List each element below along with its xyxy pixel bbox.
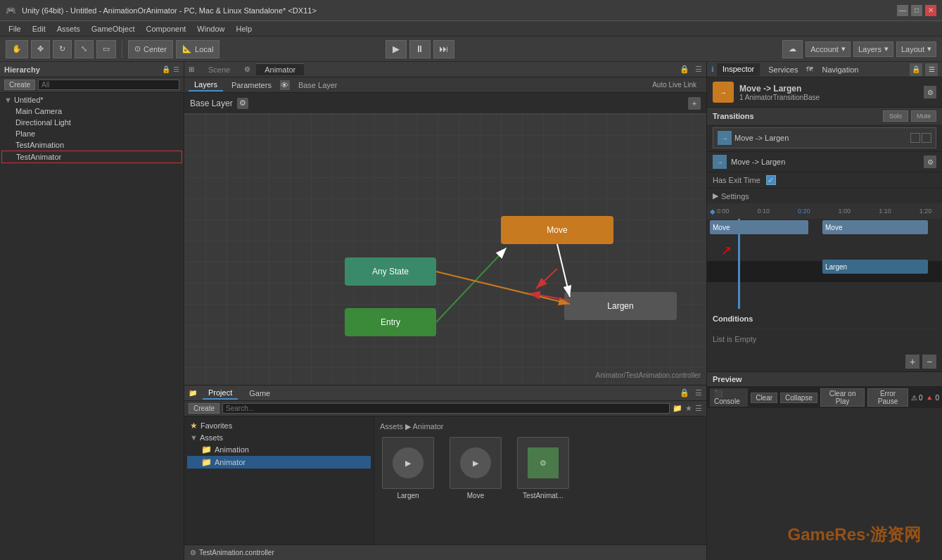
hierarchy-create-button[interactable]: Create xyxy=(4,79,35,90)
hierarchy-lock[interactable]: 🔒 xyxy=(162,65,170,73)
settings-label: Settings xyxy=(721,192,749,201)
animator-tab[interactable]: Animator xyxy=(256,63,304,75)
hierarchy-menu[interactable]: ☰ xyxy=(173,65,179,73)
transition-item[interactable]: → Move -> Largen xyxy=(713,127,936,148)
transition-checkboxes xyxy=(910,133,931,143)
clear-button[interactable]: Clear xyxy=(751,393,777,403)
project-star-icon[interactable]: ★ xyxy=(685,404,692,413)
clip-move-2[interactable]: Move xyxy=(822,220,928,234)
pause-button[interactable]: ⏸ xyxy=(409,40,431,58)
collapse-button[interactable]: Collapse xyxy=(780,393,817,403)
layers-dropdown[interactable]: Layers ▾ xyxy=(853,42,893,57)
asset-testanimator[interactable]: ⚙ TestAnimat... xyxy=(515,437,571,499)
transition-settings-btn[interactable]: ⚙ xyxy=(924,155,936,168)
step-button[interactable]: ⏭ xyxy=(433,40,454,58)
remove-condition-button[interactable]: − xyxy=(922,355,936,369)
cloud-button[interactable]: ☁ xyxy=(782,40,803,58)
project-create-button[interactable]: Create xyxy=(189,403,219,414)
animator-lock[interactable]: 🔒 xyxy=(680,65,689,74)
inspector-settings-icon[interactable]: ⚙ xyxy=(924,86,936,98)
console-tab[interactable]: ⬛ Console xyxy=(710,388,748,407)
clip-largen[interactable]: Largen xyxy=(822,260,928,274)
scene-tab[interactable]: Scene xyxy=(200,64,238,75)
project-menu[interactable]: ☰ xyxy=(695,388,702,397)
add-condition-button[interactable]: + xyxy=(905,355,919,369)
menu-help[interactable]: Help xyxy=(230,23,257,34)
project-search-input[interactable] xyxy=(222,403,670,414)
hierarchy-header: Hierarchy 🔒 ☰ xyxy=(0,62,184,77)
move-icon: → xyxy=(713,82,734,103)
project-panel: 📁 Project Game 🔒 ☰ Create 📁 ★ ☰ ★ Favori… xyxy=(184,386,706,560)
error-count: 🔺 0 xyxy=(925,394,939,402)
tree-favorites[interactable]: ★ Favorites xyxy=(187,419,371,432)
mute-button[interactable]: Mute xyxy=(911,110,936,122)
inspector-menu[interactable]: ☰ xyxy=(925,63,938,76)
eye-icon[interactable]: 👁 xyxy=(280,80,290,90)
project-options-icon[interactable]: ☰ xyxy=(695,404,702,413)
close-button[interactable]: ✕ xyxy=(925,5,936,16)
solo-check[interactable] xyxy=(910,133,920,143)
parameters-tab[interactable]: Parameters xyxy=(226,79,277,91)
scale-tool[interactable]: ⤡ xyxy=(75,40,94,58)
settings-toggle[interactable]: ▶ Settings xyxy=(713,191,936,201)
state-node-move[interactable]: Move xyxy=(501,216,613,244)
hierarchy-search-input[interactable] xyxy=(38,79,179,90)
tree-animation[interactable]: 📁 Animation xyxy=(187,443,371,456)
timeline-wrapper: ◆ 0:00 0:10 0:20 1:00 1:10 1:20 Move Mov… xyxy=(707,203,942,309)
clear-on-play-button[interactable]: Clear on Play xyxy=(820,388,865,407)
maximize-button[interactable]: □ xyxy=(911,5,922,16)
layers-tab[interactable]: Layers xyxy=(189,79,223,91)
project-folder-icon[interactable]: 📁 xyxy=(673,404,682,413)
base-layer-bar: Base Layer ⚙ + xyxy=(184,93,706,114)
tree-item-plane[interactable]: Plane xyxy=(1,128,182,139)
layout-dropdown[interactable]: Layout ▾ xyxy=(896,42,936,57)
tree-item-testanimator[interactable]: TestAnimator xyxy=(1,151,182,163)
tree-animator[interactable]: 📁 Animator xyxy=(187,456,371,469)
project-tab[interactable]: Project xyxy=(203,387,238,400)
navigation-tab[interactable]: Navigation xyxy=(816,64,864,75)
move-tool[interactable]: ✥ xyxy=(31,40,50,58)
inspector-lock[interactable]: 🔒 xyxy=(910,63,922,76)
has-exit-time-checkbox[interactable]: ✓ xyxy=(766,175,776,185)
state-node-entry[interactable]: Entry xyxy=(345,308,436,336)
add-state-button[interactable]: + xyxy=(688,97,701,110)
tree-assets[interactable]: ▼ Assets xyxy=(187,432,371,443)
menu-gameobject[interactable]: GameObject xyxy=(86,23,141,34)
clip-move-1[interactable]: Move xyxy=(710,220,808,234)
menu-window[interactable]: Window xyxy=(191,23,230,34)
mute-check[interactable] xyxy=(922,133,931,143)
project-lock[interactable]: 🔒 xyxy=(680,388,689,397)
solo-button[interactable]: Solo xyxy=(883,110,908,122)
minimize-button[interactable]: — xyxy=(897,5,908,16)
animator-menu[interactable]: ☰ xyxy=(695,65,702,74)
inspector-tab[interactable]: Inspector xyxy=(717,63,760,76)
tree-item-testanimation[interactable]: TestAnimation xyxy=(1,139,182,151)
hand-tool[interactable]: ✋ xyxy=(6,40,28,58)
game-tab[interactable]: Game xyxy=(243,388,276,399)
state-node-anystate[interactable]: Any State xyxy=(345,257,436,286)
services-tab[interactable]: Services xyxy=(763,64,803,75)
tree-item-untitled[interactable]: ▼ Untitled* xyxy=(1,94,182,106)
time-110: 1:10 xyxy=(879,208,891,215)
center-button[interactable]: ⊙ Center xyxy=(128,40,173,58)
auto-live-link[interactable]: Auto Live Link xyxy=(647,79,702,90)
state-node-largen[interactable]: Largen xyxy=(564,292,677,320)
tree-item-maincamera[interactable]: Main Camera xyxy=(1,106,182,117)
asset-largen[interactable]: ▶ Largen xyxy=(380,437,436,499)
base-layer-gear-icon[interactable]: ⚙ xyxy=(237,98,248,109)
account-dropdown[interactable]: Account ▾ xyxy=(806,42,851,57)
asset-move[interactable]: ▶ Move xyxy=(447,437,504,499)
tree-item-directionallight[interactable]: Directional Light xyxy=(1,117,182,128)
project-content: ★ Favorites ▼ Assets 📁 Animation 📁 Anima… xyxy=(184,416,706,545)
error-pause-button[interactable]: Error Pause xyxy=(867,388,908,407)
menu-assets[interactable]: Assets xyxy=(51,23,86,34)
animator-canvas[interactable]: Base Layer ⚙ + Move Any State Entry Larg… xyxy=(184,93,706,385)
menu-component[interactable]: Component xyxy=(140,23,191,34)
rotate-tool[interactable]: ↻ xyxy=(53,40,72,58)
local-button[interactable]: 📐 Local xyxy=(176,40,219,58)
menu-edit[interactable]: Edit xyxy=(27,23,51,34)
menu-file[interactable]: File xyxy=(3,23,27,34)
play-button[interactable]: ▶ xyxy=(386,40,407,58)
animator-panel: ⊞ Scene ⚙ Animator 🔒 ☰ Layers Parameters… xyxy=(184,62,706,386)
rect-tool[interactable]: ▭ xyxy=(96,40,116,58)
